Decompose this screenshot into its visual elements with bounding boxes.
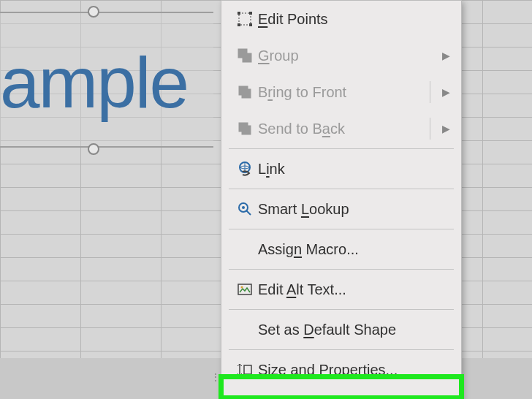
menu-separator bbox=[229, 349, 454, 350]
menu-item-group[interactable]: Group ▶ bbox=[221, 37, 461, 74]
menu-item-label: Size and Properties... bbox=[258, 362, 452, 379]
textbox-content[interactable]: ample bbox=[0, 47, 188, 118]
menu-item-edit-alt-text[interactable]: Edit Alt Text... bbox=[221, 271, 461, 308]
split-divider bbox=[430, 81, 430, 103]
svg-rect-1 bbox=[238, 12, 240, 15]
menu-item-label: Edit Alt Text... bbox=[258, 281, 452, 298]
menu-separator bbox=[229, 148, 454, 149]
menu-separator bbox=[229, 229, 454, 229]
svg-line-13 bbox=[246, 210, 251, 215]
svg-point-16 bbox=[241, 286, 243, 289]
group-icon bbox=[232, 47, 258, 64]
svg-rect-6 bbox=[243, 53, 251, 62]
selected-textbox[interactable]: ample bbox=[0, 12, 213, 148]
menu-item-bring-to-front[interactable]: Bring to Front ▶ bbox=[221, 74, 461, 110]
menu-item-default-shape[interactable]: Set as Default Shape bbox=[221, 311, 461, 348]
menu-item-label: Set as Default Shape bbox=[258, 322, 452, 338]
resize-handle-bottom[interactable] bbox=[88, 143, 99, 155]
menu-item-label: Smart Lookup bbox=[258, 201, 452, 218]
svg-rect-2 bbox=[249, 12, 252, 15]
menu-item-link[interactable]: Link bbox=[221, 151, 461, 187]
chevron-right-icon: ▶ bbox=[442, 123, 452, 134]
menu-item-label: Link bbox=[258, 161, 452, 178]
svg-rect-18 bbox=[244, 365, 251, 374]
svg-rect-10 bbox=[242, 126, 251, 134]
menu-item-size-properties[interactable]: Size and Properties... bbox=[221, 352, 461, 388]
link-icon bbox=[232, 160, 258, 178]
chevron-right-icon: ▶ bbox=[442, 86, 452, 98]
menu-item-label: Assign Macro... bbox=[258, 241, 452, 258]
menu-item-label: Bring to Front bbox=[258, 84, 442, 101]
context-menu: Edit Points Group ▶ Bring to Front ▶ Sen… bbox=[221, 0, 462, 399]
menu-item-label: Group bbox=[258, 48, 442, 64]
menu-separator bbox=[229, 269, 454, 270]
svg-point-14 bbox=[242, 206, 245, 209]
size-props-icon bbox=[232, 361, 258, 379]
menu-item-smart-lookup[interactable]: Smart Lookup bbox=[221, 191, 461, 227]
bring-front-icon bbox=[232, 83, 258, 101]
resize-handle-top[interactable] bbox=[88, 6, 99, 18]
smart-lookup-icon bbox=[232, 200, 258, 218]
chevron-right-icon: ▶ bbox=[442, 50, 452, 61]
alt-text-icon bbox=[232, 281, 258, 298]
menu-separator bbox=[229, 309, 454, 310]
menu-item-label: Send to Back bbox=[258, 121, 442, 137]
svg-rect-3 bbox=[238, 23, 240, 26]
menu-separator bbox=[229, 189, 454, 189]
send-back-icon bbox=[232, 120, 258, 137]
edit-points-icon bbox=[232, 10, 258, 28]
menu-item-label: Edit Points bbox=[258, 11, 452, 28]
svg-rect-4 bbox=[249, 23, 252, 26]
split-divider bbox=[430, 118, 430, 140]
menu-item-assign-macro[interactable]: Assign Macro... bbox=[221, 231, 461, 267]
svg-rect-0 bbox=[239, 13, 251, 25]
app-canvas: ⋮ ample Edit Points Group ▶ Bring to Fro bbox=[0, 0, 532, 399]
menu-item-edit-points[interactable]: Edit Points bbox=[221, 1, 461, 37]
menu-item-send-to-back[interactable]: Send to Back ▶ bbox=[221, 110, 461, 147]
menu-item-format-shape[interactable]: Format Shape... bbox=[221, 388, 461, 399]
svg-rect-8 bbox=[239, 86, 248, 95]
svg-rect-15 bbox=[238, 284, 251, 294]
